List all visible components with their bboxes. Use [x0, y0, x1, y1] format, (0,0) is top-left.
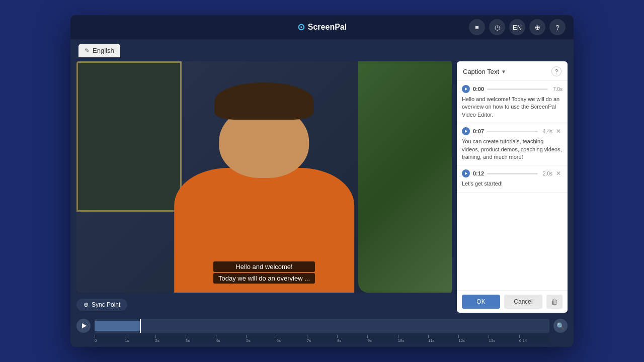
person: [151, 84, 377, 293]
timeline-playhead: [140, 319, 141, 333]
caption-text-2[interactable]: You can create tutorials, teaching video…: [462, 138, 562, 161]
caption-item-3-header: 0:12 2.0s ✕: [462, 169, 562, 177]
header: ⊙ ScreenPal ≡ ◷ EN ⊕ ?: [70, 15, 574, 39]
caption-timestamp-2: 0:07: [473, 128, 484, 134]
caption-duration-3: 2.0s: [543, 171, 552, 176]
caption-progress-3: [487, 173, 538, 174]
caption-progress-1: [487, 88, 548, 90]
language-button[interactable]: EN: [509, 19, 525, 35]
help-button[interactable]: ?: [549, 19, 566, 35]
ruler-mark-4: 4s: [216, 335, 246, 343]
caption-close-2[interactable]: ✕: [554, 127, 562, 135]
caption-duration-1: 7.0s: [553, 86, 562, 92]
caption-time-row-3: 0:12 2.0s: [462, 169, 552, 177]
caption-title-row: Caption Text ▼: [463, 68, 506, 75]
timeline-controls: 🔍: [76, 317, 568, 335]
video-area: Hello and welcome! Today we will do an o…: [76, 61, 452, 313]
timeline-track[interactable]: [95, 319, 549, 333]
ruler-mark-2: 2s: [155, 335, 186, 343]
video-frame: Hello and welcome! Today we will do an o…: [76, 61, 452, 293]
header-actions: ≡ ◷ EN ⊕ ?: [469, 19, 566, 35]
caption-panel-title: Caption Text: [463, 68, 499, 75]
caption-timestamp-1: 0:00: [473, 86, 484, 92]
ruler-mark-11: 11s: [428, 335, 458, 343]
sync-point-icon: ⊕: [84, 301, 89, 308]
ruler-mark-0: 0: [95, 335, 125, 343]
sync-point-button[interactable]: ⊕ Sync Point: [76, 299, 127, 311]
dropdown-icon[interactable]: ▼: [501, 69, 506, 74]
ruler-mark-end: 0:14: [519, 335, 549, 343]
ruler-mark-10: 10s: [398, 335, 428, 343]
ruler-marks: 0 1s 2s 3s 4s 5s 6s 7s 8s 9s 10s 11s 12s…: [95, 335, 549, 343]
person-hair: [215, 82, 314, 120]
caption-panel: Caption Text ▼ ? 0:00 7.0s: [457, 61, 568, 313]
timeline-ruler: 0 1s 2s 3s 4s 5s 6s 7s 8s 9s 10s 11s 12s…: [95, 335, 549, 343]
app-window: ⊙ ScreenPal ≡ ◷ EN ⊕ ? ✎ English: [70, 15, 574, 347]
logo-icon: ⊙: [297, 22, 305, 33]
sync-point-label: Sync Point: [92, 301, 120, 308]
caption-text-1[interactable]: Hello and welcome! Today we will do an o…: [462, 96, 562, 119]
caption-item-3: 0:12 2.0s ✕ Let's get started!: [457, 165, 568, 192]
video-container: Hello and welcome! Today we will do an o…: [76, 61, 452, 293]
ruler-mark-7: 7s: [307, 335, 337, 343]
caption-time-row-1: 0:00 7.0s: [462, 85, 562, 93]
ruler-mark-13: 13s: [489, 335, 519, 343]
ruler-mark-6: 6s: [277, 335, 307, 343]
ruler-mark-9: 9s: [367, 335, 397, 343]
sync-bar: ⊕ Sync Point: [76, 297, 452, 313]
play-button[interactable]: [76, 319, 91, 333]
caption-timestamp-3: 0:12: [473, 170, 484, 176]
menu-button[interactable]: ≡: [469, 19, 485, 35]
ruler-mark-1: 1s: [125, 335, 155, 343]
account-button[interactable]: ⊕: [529, 19, 545, 35]
ruler-mark-12: 12s: [458, 335, 489, 343]
caption-item-2: 0:07 4.4s ✕ You can create tutorials, te…: [457, 123, 568, 165]
app-logo: ⊙ ScreenPal: [297, 22, 347, 33]
ruler-mark-8: 8s: [337, 335, 367, 343]
main-content: Hello and welcome! Today we will do an o…: [70, 57, 574, 317]
caption-play-2[interactable]: [462, 127, 470, 135]
cancel-button[interactable]: Cancel: [504, 295, 542, 309]
caption-footer: OK Cancel 🗑: [457, 290, 568, 313]
edit-icon: ✎: [85, 47, 90, 54]
caption-item-1-header: 0:00 7.0s: [462, 85, 562, 93]
delete-button[interactable]: 🗑: [546, 295, 562, 309]
tab-bar: ✎ English: [70, 39, 574, 57]
caption-panel-header: Caption Text ▼ ?: [457, 61, 568, 81]
timeline-segment: [95, 321, 140, 331]
caption-duration-2: 4.4s: [543, 129, 552, 134]
history-button[interactable]: ◷: [489, 19, 505, 35]
search-button[interactable]: 🔍: [553, 319, 568, 333]
person-sweater: [174, 168, 354, 293]
caption-items: 0:00 7.0s Hello and welcome! Today we wi…: [457, 81, 568, 290]
timeline-section: 🔍 0 1s 2s 3s 4s 5s 6s 7s 8s 9s 10s 11s 1…: [70, 317, 574, 347]
caption-text-3[interactable]: Let's get started!: [462, 180, 562, 188]
caption-progress-2: [487, 131, 538, 132]
caption-play-3[interactable]: [462, 169, 470, 177]
ruler-mark-3: 3s: [186, 335, 216, 343]
tab-english[interactable]: ✎ English: [78, 44, 120, 57]
app-title: ScreenPal: [308, 23, 347, 32]
ok-button[interactable]: OK: [462, 295, 500, 309]
caption-play-1[interactable]: [462, 85, 470, 93]
ruler-mark-5: 5s: [246, 335, 276, 343]
tab-label: English: [93, 47, 114, 54]
caption-close-3[interactable]: ✕: [554, 169, 562, 177]
caption-item-1: 0:00 7.0s Hello and welcome! Today we wi…: [457, 81, 568, 123]
caption-time-row-2: 0:07 4.4s: [462, 127, 552, 135]
caption-item-2-header: 0:07 4.4s ✕: [462, 127, 562, 135]
caption-help-button[interactable]: ?: [551, 66, 561, 76]
